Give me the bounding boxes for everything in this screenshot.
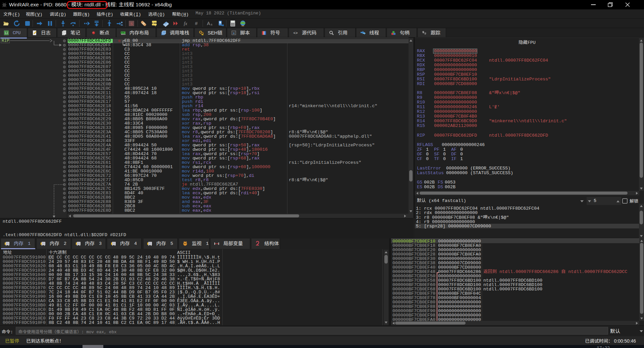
svg-text:s: s — [233, 32, 234, 35]
svg-text:a: a — [211, 23, 212, 26]
svg-text:<>: <> — [293, 31, 298, 35]
svg-text:S: S — [130, 21, 132, 26]
svg-text:A: A — [207, 21, 210, 26]
svg-text:fx: fx — [184, 21, 187, 26]
svg-text:#: # — [195, 21, 198, 26]
svg-text:!: ! — [202, 34, 203, 36]
